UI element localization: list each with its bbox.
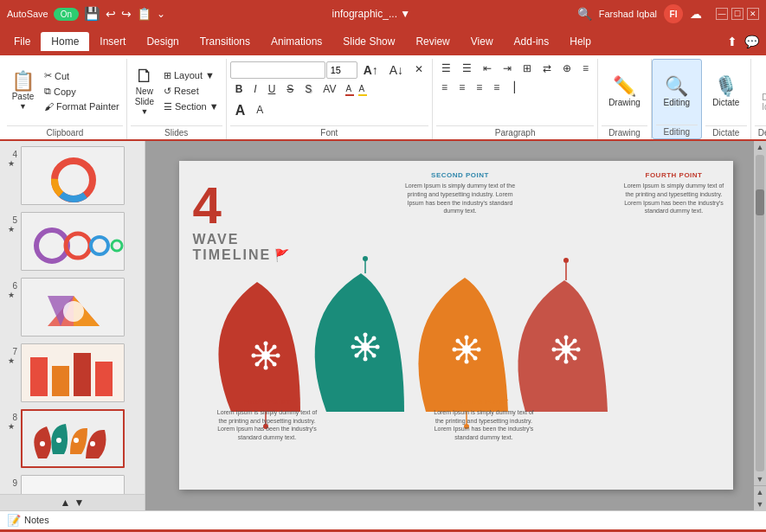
- strikethrough-button[interactable]: S: [281, 81, 299, 99]
- text-direction-button[interactable]: ⇄: [537, 61, 557, 78]
- autosave-toggle[interactable]: On: [54, 8, 79, 21]
- section-icon: ☰: [164, 101, 172, 112]
- reset-button[interactable]: ↺ Reset: [160, 84, 222, 99]
- minimize-button[interactable]: —: [716, 8, 728, 20]
- layout-button[interactable]: ⊞ Layout ▼: [160, 68, 222, 83]
- svg-point-4: [65, 171, 82, 189]
- slide-preview-7: [21, 343, 125, 402]
- section-label: Section ▼: [175, 101, 219, 112]
- maximize-button[interactable]: ☐: [731, 8, 743, 20]
- font-name-input[interactable]: [230, 61, 325, 79]
- bold-button[interactable]: B: [230, 81, 248, 99]
- align-center-button[interactable]: ≡: [454, 80, 470, 97]
- editing-group-body: 🔍 Editing: [656, 60, 698, 123]
- new-slide-icon: 🗋: [135, 66, 154, 87]
- tab-help[interactable]: Help: [559, 32, 602, 51]
- tab-view[interactable]: View: [460, 32, 504, 51]
- line-spacing-button[interactable]: ≡: [577, 61, 594, 78]
- slides-label: Slides: [131, 125, 222, 139]
- tab-animations[interactable]: Animations: [261, 32, 332, 51]
- scroll-right-btn[interactable]: ▼: [755, 498, 766, 510]
- share-icon[interactable]: ⬆: [724, 31, 741, 52]
- font-grow-button[interactable]: A: [230, 100, 251, 122]
- tablet-icon[interactable]: 📋: [137, 7, 151, 21]
- svg-point-46: [351, 345, 355, 349]
- increase-font-button[interactable]: A↑: [358, 61, 383, 80]
- search-icon[interactable]: 🔍: [577, 7, 592, 21]
- decrease-font-button[interactable]: A↓: [384, 61, 409, 80]
- highlight-color-btn[interactable]: A: [358, 84, 367, 96]
- font-size-input[interactable]: [326, 61, 357, 79]
- customize-icon[interactable]: ⌄: [157, 8, 165, 20]
- slide-thumb-6[interactable]: 6 ★: [3, 276, 141, 338]
- second-point-area: SECOND POINT Lorem Ipsum is simply dummy…: [404, 171, 517, 215]
- drawing-label: Drawing: [608, 98, 640, 107]
- tab-home[interactable]: Home: [41, 32, 89, 51]
- cut-button[interactable]: ✂ Cut: [41, 68, 123, 83]
- tab-slideshow[interactable]: Slide Show: [332, 32, 405, 51]
- column-sep-button[interactable]: ⎟: [505, 80, 521, 97]
- format-painter-button[interactable]: 🖌 Format Painter: [41, 99, 123, 113]
- save-icon[interactable]: 💾: [84, 6, 100, 22]
- smart-art-button[interactable]: ⊕: [557, 61, 576, 78]
- slide-scroll-down[interactable]: ▼: [74, 497, 85, 509]
- svg-point-23: [74, 438, 79, 443]
- design-ideas-button[interactable]: 💡 DesignIdeas: [755, 67, 766, 115]
- slide-thumb-4[interactable]: 4 ★: [3, 144, 141, 207]
- shadow-button[interactable]: S: [299, 81, 317, 99]
- copy-button[interactable]: ⧉ Copy: [41, 84, 123, 99]
- undo-icon[interactable]: ↩: [106, 7, 116, 21]
- section-button[interactable]: ☰ Section ▼: [160, 99, 222, 114]
- dropdown-arrow[interactable]: ▼: [400, 8, 410, 20]
- slide-scroll-up[interactable]: ▲: [61, 497, 71, 509]
- clear-format-button[interactable]: ✕: [409, 61, 428, 79]
- scroll-left-btn[interactable]: ▲: [755, 486, 766, 498]
- close-button[interactable]: ✕: [747, 8, 759, 20]
- paste-arrow[interactable]: ▼: [19, 102, 27, 111]
- scroll-down-button[interactable]: ▼: [755, 473, 766, 485]
- drawing-button[interactable]: ✏️ Drawing: [602, 72, 647, 111]
- scroll-up-button[interactable]: ▲: [755, 141, 766, 153]
- tab-addins[interactable]: Add-ins: [504, 32, 560, 51]
- tab-design[interactable]: Design: [136, 32, 189, 51]
- new-slide-button[interactable]: 🗋 NewSlide ▼: [131, 63, 158, 119]
- notes-label: Notes: [24, 515, 49, 525]
- increase-indent-button[interactable]: ⇥: [498, 61, 517, 78]
- align-right-button[interactable]: ≡: [471, 80, 487, 97]
- numbering-button[interactable]: ☰: [457, 61, 477, 78]
- char-spacing-button[interactable]: AV: [318, 81, 341, 99]
- underline-button[interactable]: U: [263, 81, 281, 99]
- bullets-button[interactable]: ☰: [436, 61, 456, 78]
- slide-thumb-7[interactable]: 7 ★: [3, 342, 141, 404]
- slide-thumb-8[interactable]: 8 ★: [3, 407, 141, 470]
- svg-point-38: [254, 362, 259, 367]
- columns-button[interactable]: ⊞: [518, 61, 537, 78]
- comments-icon[interactable]: 💬: [741, 31, 763, 52]
- font-color-btn[interactable]: A: [345, 84, 354, 96]
- tab-transitions[interactable]: Transitions: [190, 32, 261, 51]
- decrease-indent-button[interactable]: ⇤: [478, 61, 497, 78]
- cloud-icon[interactable]: ☁: [690, 7, 702, 21]
- slide-preview-9: [21, 475, 125, 494]
- tab-insert[interactable]: Insert: [89, 32, 136, 51]
- svg-point-53: [354, 354, 358, 358]
- italic-button[interactable]: I: [248, 81, 261, 99]
- slide-list: 4 ★ 5 ★: [0, 141, 145, 494]
- editing-button[interactable]: 🔍 Editing: [656, 72, 698, 111]
- redo-icon[interactable]: ↪: [121, 7, 132, 21]
- tab-review[interactable]: Review: [405, 32, 460, 51]
- paste-button[interactable]: 📋 Paste ▼: [7, 68, 39, 113]
- first-point-area: FIRST POINT Lorem Ipsum is simply dummy …: [216, 398, 319, 442]
- dictate-button[interactable]: 🎙️ Dictate: [705, 72, 747, 111]
- tab-file[interactable]: File: [3, 32, 41, 51]
- scroll-thumb[interactable]: [756, 189, 764, 215]
- align-left-button[interactable]: ≡: [436, 80, 453, 97]
- justify-button[interactable]: ≡: [488, 80, 505, 97]
- svg-point-52: [371, 337, 376, 341]
- new-slide-arrow[interactable]: ▼: [140, 107, 148, 116]
- font-shrink-button[interactable]: A: [251, 102, 268, 119]
- slide-thumb-9[interactable]: 9: [3, 473, 141, 494]
- format-painter-label: Format Painter: [56, 101, 119, 112]
- svg-rect-17: [52, 366, 69, 396]
- slide-thumb-5[interactable]: 5 ★: [3, 210, 141, 272]
